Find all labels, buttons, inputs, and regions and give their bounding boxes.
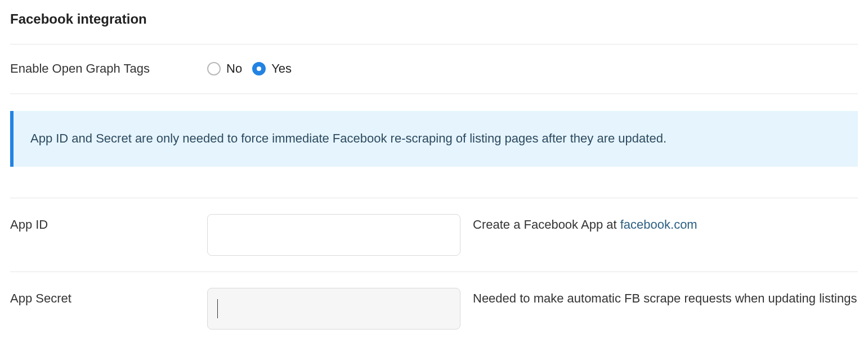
info-banner: App ID and Secret are only needed to for… — [10, 111, 858, 167]
app-secret-input[interactable] — [207, 288, 460, 330]
section-title: Facebook integration — [10, 11, 858, 45]
app-secret-label: App Secret — [10, 288, 207, 308]
app-secret-help: Needed to make automatic FB scrape reque… — [473, 288, 858, 308]
app-secret-row: App Secret Needed to make automatic FB s… — [10, 272, 858, 345]
enable-open-graph-row: Enable Open Graph Tags No Yes — [10, 45, 858, 94]
app-id-help-text: Create a Facebook App at — [473, 217, 620, 232]
app-id-row: App ID Create a Facebook App at facebook… — [10, 198, 858, 272]
radio-yes[interactable]: Yes — [252, 61, 292, 76]
app-id-label: App ID — [10, 214, 207, 234]
app-secret-control — [207, 288, 460, 330]
radio-yes-label: Yes — [271, 61, 292, 76]
enable-open-graph-radio-group: No Yes — [207, 61, 292, 76]
app-id-control — [207, 214, 460, 256]
app-id-help: Create a Facebook App at facebook.com — [473, 214, 858, 234]
enable-open-graph-label: Enable Open Graph Tags — [10, 60, 207, 78]
radio-no-label: No — [226, 61, 242, 76]
radio-circle-selected-icon — [252, 62, 266, 75]
radio-no[interactable]: No — [207, 61, 242, 76]
facebook-link[interactable]: facebook.com — [620, 217, 697, 232]
app-id-input[interactable] — [207, 214, 460, 256]
radio-circle-icon — [207, 62, 221, 75]
